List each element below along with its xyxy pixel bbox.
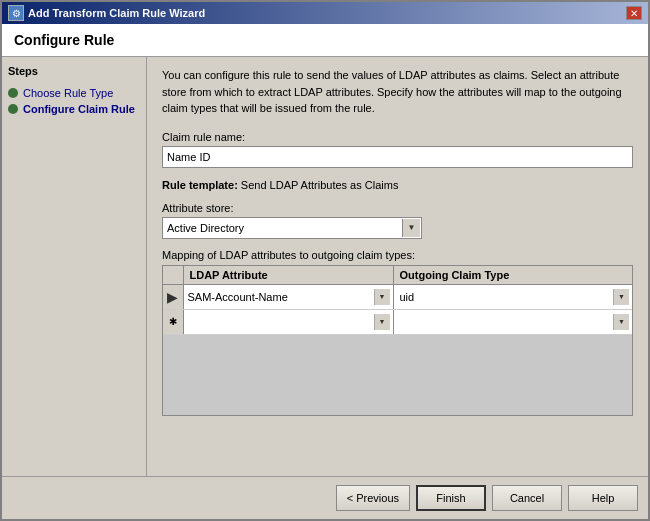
attribute-store-label: Attribute store: xyxy=(162,202,633,214)
description-text: You can configure this rule to send the … xyxy=(162,67,633,117)
sidebar-item-label-2: Configure Claim Rule xyxy=(23,103,135,115)
claim-rule-name-group: Claim rule name: xyxy=(162,131,633,168)
mapping-table-container: LDAP Attribute Outgoing Claim Type ▶ xyxy=(162,265,633,416)
sidebar: Steps Choose Rule Type Configure Claim R… xyxy=(2,57,147,476)
new-ldap-select-wrapper: ▼ xyxy=(186,312,391,332)
attribute-store-select[interactable]: Active Directory xyxy=(162,217,422,239)
new-ldap-select[interactable] xyxy=(186,312,391,332)
sidebar-item-label-1: Choose Rule Type xyxy=(23,87,113,99)
title-bar: ⚙ Add Transform Claim Rule Wizard ✕ xyxy=(2,2,648,24)
row-indicator-cell: ▶ xyxy=(163,284,183,309)
col-indicator-header xyxy=(163,266,183,285)
attribute-store-wrapper: Active Directory ▼ xyxy=(162,217,422,239)
rule-template-group: Rule template: Send LDAP Attributes as C… xyxy=(162,178,633,192)
close-button[interactable]: ✕ xyxy=(626,6,642,20)
new-row-indicator-cell: ✱ xyxy=(163,309,183,334)
ldap-value-cell: SAM-Account-Name ▼ xyxy=(183,284,393,309)
title-bar-left: ⚙ Add Transform Claim Rule Wizard xyxy=(8,5,205,21)
window-icon: ⚙ xyxy=(8,5,24,21)
table-row: ▶ SAM-Account-Name ▼ xyxy=(163,284,632,309)
new-row: ✱ ▼ xyxy=(163,309,632,334)
main-window: ⚙ Add Transform Claim Rule Wizard ✕ Conf… xyxy=(0,0,650,521)
mapping-empty-area xyxy=(163,335,632,415)
outgoing-claim-input[interactable] xyxy=(396,287,631,307)
new-ldap-cell: ▼ xyxy=(183,309,393,334)
step-dot-2 xyxy=(8,104,18,114)
attribute-store-group: Attribute store: Active Directory ▼ xyxy=(162,202,633,239)
main-panel: You can configure this rule to send the … xyxy=(147,57,648,476)
row-indicator: ▶ xyxy=(167,289,178,305)
ldap-attribute-select[interactable]: SAM-Account-Name xyxy=(186,287,391,307)
mapping-group: Mapping of LDAP attributes to outgoing c… xyxy=(162,249,633,416)
content-area: Steps Choose Rule Type Configure Claim R… xyxy=(2,57,648,476)
new-row-indicator: ✱ xyxy=(169,316,177,327)
mapping-table: LDAP Attribute Outgoing Claim Type ▶ xyxy=(163,266,632,335)
rule-template-label: Rule template: xyxy=(162,179,241,191)
sidebar-item-configure-claim-rule[interactable]: Configure Claim Rule xyxy=(8,101,140,117)
ldap-select-wrapper: SAM-Account-Name ▼ xyxy=(186,287,391,307)
new-outgoing-select[interactable] xyxy=(396,312,631,332)
sidebar-title: Steps xyxy=(8,65,140,77)
page-title: Configure Rule xyxy=(14,32,636,48)
outgoing-value-cell: ▼ xyxy=(393,284,632,309)
rule-template-text: Rule template: Send LDAP Attributes as C… xyxy=(162,179,398,191)
outgoing-select-wrapper: ▼ xyxy=(396,287,631,307)
previous-button[interactable]: < Previous xyxy=(336,485,410,511)
mapping-label: Mapping of LDAP attributes to outgoing c… xyxy=(162,249,633,261)
cancel-button[interactable]: Cancel xyxy=(492,485,562,511)
page-header: Configure Rule xyxy=(2,24,648,57)
window-title: Add Transform Claim Rule Wizard xyxy=(28,7,205,19)
col-outgoing-header: Outgoing Claim Type xyxy=(393,266,632,285)
new-outgoing-wrapper: ▼ xyxy=(396,312,631,332)
new-outgoing-cell: ▼ xyxy=(393,309,632,334)
col-ldap-header: LDAP Attribute xyxy=(183,266,393,285)
footer: < Previous Finish Cancel Help xyxy=(2,476,648,519)
step-dot-1 xyxy=(8,88,18,98)
rule-template-value: Send LDAP Attributes as Claims xyxy=(241,179,399,191)
help-button[interactable]: Help xyxy=(568,485,638,511)
sidebar-item-choose-rule-type[interactable]: Choose Rule Type xyxy=(8,85,140,101)
finish-button[interactable]: Finish xyxy=(416,485,486,511)
claim-rule-name-label: Claim rule name: xyxy=(162,131,633,143)
claim-rule-name-input[interactable] xyxy=(162,146,633,168)
